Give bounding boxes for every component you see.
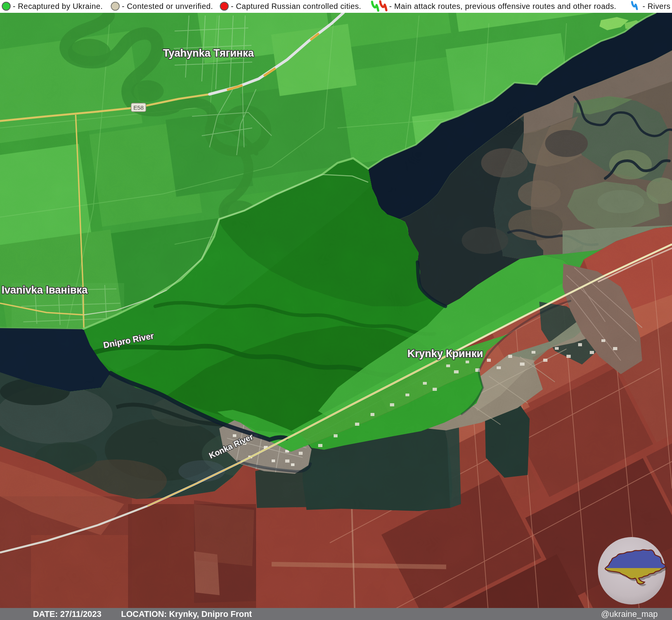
svg-text:@ukraine_map: @ukraine_map bbox=[601, 610, 658, 619]
svg-text:- Captured Russian controlled: - Captured Russian controlled cities. bbox=[231, 2, 361, 10]
svg-text:LOCATION: Krynky, Dnipro Front: LOCATION: Krynky, Dnipro Front bbox=[121, 610, 252, 619]
svg-text:- Contested or unverified.: - Contested or unverified. bbox=[122, 2, 213, 10]
svg-text:DATE: 27/11/2023: DATE: 27/11/2023 bbox=[33, 610, 102, 619]
svg-text:- Main attack routes, previous: - Main attack routes, previous offensive… bbox=[389, 2, 617, 10]
svg-text:- Recaptured by Ukraine.: - Recaptured by Ukraine. bbox=[13, 2, 103, 10]
svg-text:- Rivers: - Rivers bbox=[643, 2, 670, 10]
